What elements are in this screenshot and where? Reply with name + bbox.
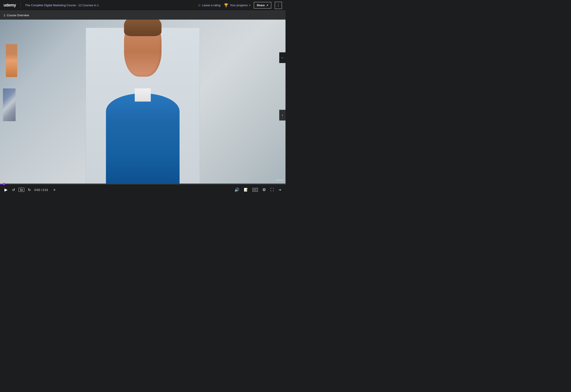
fullscreen-button[interactable]: ⛶	[270, 187, 275, 193]
sidebar-back-button[interactable]: ←	[279, 52, 286, 63]
course-title: The Complete Digital Marketing Course - …	[25, 4, 195, 7]
logo-text: udemy	[4, 3, 16, 8]
rewind-button[interactable]: ↺	[11, 187, 16, 193]
next-arrow-icon: ›	[282, 113, 283, 117]
transcript-icon: CC	[253, 188, 258, 192]
fullscreen-icon: ⛶	[270, 188, 274, 192]
wall-art-bottom	[3, 88, 16, 121]
person-body	[106, 93, 180, 183]
controls-right: 🔊 📝 CC ⚙ ⛶ ⇥	[234, 186, 282, 193]
leave-rating-label: Leave a rating	[202, 4, 220, 7]
settings-button[interactable]: ⚙	[261, 186, 267, 193]
notes-icon: 📝	[244, 188, 248, 192]
subtitles-button[interactable]: ≡	[53, 187, 56, 192]
settings-icon: ⚙	[262, 187, 266, 192]
play-icon: ▶	[4, 187, 8, 192]
progress-bar-thumb	[3, 183, 5, 185]
back-arrow-icon: ←	[281, 56, 284, 59]
person-hair	[124, 20, 162, 36]
forward-icon: ↻	[28, 188, 31, 192]
person-head	[124, 20, 162, 77]
more-button[interactable]: ⋮	[275, 2, 282, 9]
your-progress-button[interactable]: 🏆 Your progress ▾	[224, 3, 250, 7]
breadcrumb-bar: 1. Course Overview	[0, 11, 286, 20]
video-container: Udemy ← ›	[0, 20, 286, 183]
skip-forward-button[interactable]: ⇥	[277, 187, 282, 192]
progress-bar[interactable]	[0, 183, 286, 184]
next-lesson-button[interactable]: ›	[279, 110, 286, 121]
leave-rating-button[interactable]: ☆ Leave a rating	[198, 3, 220, 7]
speed-button[interactable]: 1x	[18, 188, 24, 192]
more-icon: ⋮	[277, 3, 280, 7]
top-navbar: udemy The Complete Digital Marketing Cou…	[0, 0, 286, 11]
video-frame: Udemy ← ›	[0, 20, 286, 183]
transcript-button[interactable]: CC	[252, 187, 259, 192]
notes-button[interactable]: 📝	[243, 187, 249, 193]
skip-forward-icon: ⇥	[278, 188, 281, 192]
udemy-logo: udemy	[4, 3, 16, 8]
chevron-down-icon: ▾	[249, 4, 250, 6]
share-icon: ↗	[266, 4, 268, 7]
wall-art-top	[6, 44, 17, 77]
video-watermark: Udemy	[275, 179, 283, 181]
volume-button[interactable]: 🔊	[234, 186, 240, 193]
nav-right: ☆ Leave a rating 🏆 Your progress ▾ Share…	[198, 2, 282, 9]
person-collar	[135, 88, 151, 102]
your-progress-label: Your progress	[230, 4, 248, 7]
share-label: Share	[257, 4, 265, 7]
presenter-figure	[76, 20, 210, 183]
time-display: 0:02 / 2:21	[34, 188, 48, 192]
rewind-icon: ↺	[12, 188, 15, 192]
share-button[interactable]: Share ↗	[254, 2, 271, 8]
subtitles-icon: ≡	[54, 188, 55, 192]
volume-icon: 🔊	[234, 187, 239, 192]
video-controls: ▶ ↺ 1x ↻ 0:02 / 2:21 ≡ 🔊 📝 CC ⚙ ⛶	[0, 183, 286, 196]
breadcrumb: 1. Course Overview	[4, 14, 29, 17]
play-button[interactable]: ▶	[4, 186, 8, 193]
trophy-icon: 🏆	[224, 3, 228, 7]
forward-button[interactable]: ↻	[27, 187, 32, 193]
nav-divider	[20, 2, 21, 8]
star-icon: ☆	[198, 3, 201, 7]
